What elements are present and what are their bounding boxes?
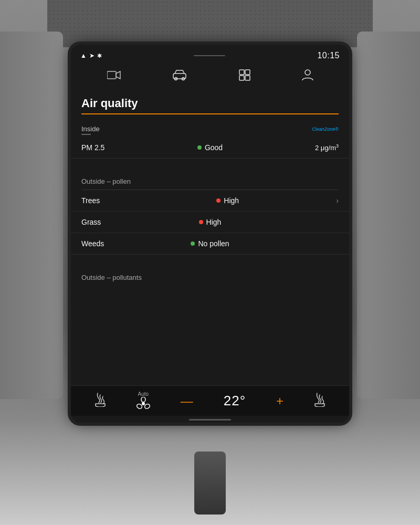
pm25-status: Good <box>123 143 297 152</box>
time-display: 10:15 <box>317 51 340 60</box>
fan-control[interactable]: Auto <box>136 391 150 411</box>
page-title-section: Air quality <box>71 89 349 119</box>
grass-label: Grass <box>81 218 123 226</box>
nav-bar <box>71 65 349 89</box>
trees-status-text: High <box>224 196 239 205</box>
fan-label: Auto <box>138 391 149 397</box>
inside-label: Inside <box>81 125 100 133</box>
temp-decrease-button[interactable]: — <box>181 394 193 408</box>
title-underline <box>81 113 339 114</box>
svg-rect-6 <box>245 70 250 75</box>
svg-point-13 <box>144 403 150 410</box>
outside-pollutants-label: Outside – pollutants <box>71 265 349 286</box>
inside-section: Inside CleanZone® <box>71 119 349 137</box>
speaker-grille <box>47 0 373 47</box>
cleanzone-badge: CleanZone® <box>312 127 339 132</box>
weeds-status: No pollen <box>123 239 297 248</box>
pm25-row[interactable]: PM 2.5 Good 2 μg/m3 <box>71 137 349 159</box>
spacer2 <box>71 255 349 265</box>
svg-point-11 <box>141 397 145 402</box>
outside-pollen-label: Outside – pollen <box>71 169 349 190</box>
svg-point-12 <box>136 403 143 410</box>
pm25-dot <box>197 145 202 150</box>
grass-status-text: High <box>206 218 222 226</box>
side-panel-left <box>0 32 63 399</box>
spacer1 <box>71 159 349 169</box>
svg-point-9 <box>305 70 310 75</box>
home-indicator <box>189 419 231 421</box>
seat-heat-right-button[interactable] <box>314 392 326 410</box>
status-bar: ▲ ➤ ✱ 10:15 <box>71 45 349 65</box>
page-title: Air quality <box>81 97 339 110</box>
signal-icon: ▲ <box>80 52 87 59</box>
inside-dash <box>81 134 91 135</box>
climate-bar: Auto — 22° + <box>71 385 349 416</box>
bluetooth-icon: ✱ <box>97 52 102 59</box>
main-content: Air quality Inside CleanZone® PM 2.5 Goo… <box>71 89 349 385</box>
svg-point-10 <box>142 402 145 405</box>
notch-line <box>194 55 225 56</box>
temperature-display: 22° <box>224 393 246 409</box>
temp-increase-button[interactable]: + <box>276 394 284 408</box>
weeds-row[interactable]: Weeds No pollen <box>71 233 349 255</box>
media-nav-icon[interactable] <box>107 70 121 83</box>
trees-status: High <box>123 196 332 205</box>
trees-label: Trees <box>81 196 123 205</box>
pm25-label: PM 2.5 <box>81 143 123 152</box>
side-panel-right <box>357 32 420 399</box>
main-screen: ▲ ➤ ✱ 10:15 <box>71 45 349 423</box>
car-nav-icon[interactable] <box>172 69 187 83</box>
inside-header: Inside CleanZone® <box>81 125 339 133</box>
pm25-value: 2 μg/m3 <box>297 143 339 152</box>
nav-arrow-icon: ➤ <box>89 52 94 59</box>
weeds-label: Weeds <box>81 239 123 248</box>
gear-shift <box>194 452 226 514</box>
car-interior: ▲ ➤ ✱ 10:15 <box>0 0 420 525</box>
trees-dot <box>216 198 220 203</box>
profile-nav-icon[interactable] <box>302 69 313 84</box>
bottom-area <box>0 420 420 525</box>
svg-rect-8 <box>245 76 250 80</box>
svg-marker-1 <box>116 71 120 79</box>
seat-heat-left-button[interactable] <box>94 392 106 410</box>
trees-chevron: › <box>336 196 339 205</box>
grid-nav-icon[interactable] <box>238 69 251 84</box>
weeds-dot <box>191 242 195 246</box>
grass-status: High <box>123 218 297 226</box>
svg-rect-0 <box>107 71 116 79</box>
grass-dot <box>199 220 203 224</box>
weeds-status-text: No pollen <box>198 239 229 248</box>
pm25-status-text: Good <box>205 143 223 152</box>
grass-row[interactable]: Grass High <box>71 212 349 233</box>
trees-row[interactable]: Trees High › <box>71 190 349 212</box>
status-icons: ▲ ➤ ✱ <box>80 52 102 59</box>
svg-rect-7 <box>239 76 244 80</box>
svg-rect-5 <box>239 70 244 75</box>
